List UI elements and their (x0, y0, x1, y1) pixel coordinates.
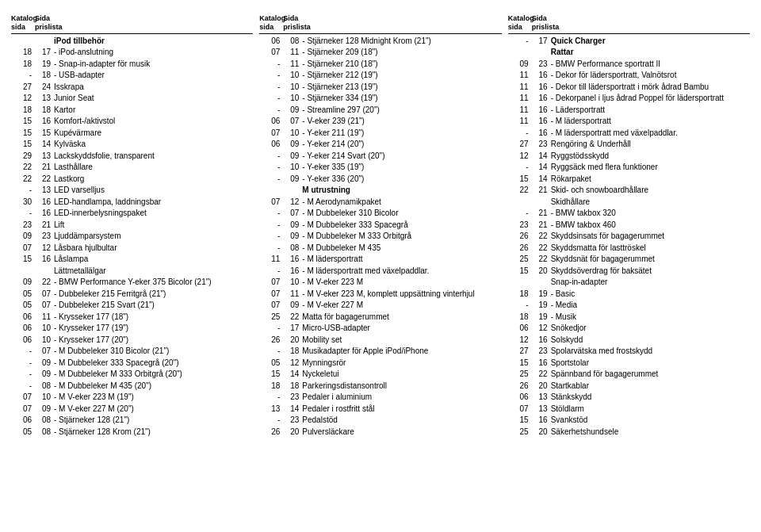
katalog-num: - (508, 300, 530, 312)
entry-label: - Dubbeleker 215 Ferritgrå (21") (54, 289, 253, 300)
entry-label: Kylväska (54, 139, 253, 151)
katalog-num: 15 (508, 266, 530, 277)
entry-label: LED varselljus (54, 185, 253, 197)
sida-num: 08 (283, 36, 300, 48)
katalog-num: 07 (11, 404, 33, 415)
katalog-num: 11 (508, 93, 530, 105)
list-item: 2522Matta för bagagerummet (259, 312, 501, 323)
sida-num: 21 (35, 220, 52, 232)
list-item: 1116- Lädersportratt (508, 105, 750, 117)
entry-label: Skyddsnät för bagagerummet (551, 254, 750, 266)
entry-label: - M V-eker 227 M (20") (54, 404, 253, 415)
entry-label: Skyddsöverdrag för baksätet (551, 266, 750, 277)
sida-num: 09 (283, 151, 300, 163)
sida-num: 16 (532, 335, 549, 346)
katalog-num (259, 185, 281, 197)
sida-num: 16 (532, 93, 549, 105)
katalog-num: - (259, 93, 281, 105)
list-item: -09- Y-eker 336 (20") (259, 174, 501, 186)
entry-label: Låslampa (54, 254, 253, 266)
entry-label: Pedalstöd (302, 415, 501, 427)
sida-num: 16 (532, 128, 549, 140)
sida-num: 09 (283, 105, 300, 117)
katalog-num: 06 (259, 139, 281, 151)
katalog-num: - (11, 185, 33, 197)
entry-label: LED-handlampa, laddningsbar (54, 197, 253, 209)
sida-num: 22 (532, 231, 549, 243)
katalog-num: 27 (508, 139, 530, 151)
sida-num (532, 277, 549, 289)
katalog-num: 29 (11, 151, 33, 163)
katalog-num: 15 (11, 254, 33, 266)
list-item: 0612Snökedjor (508, 323, 750, 335)
entry-label: Lift (54, 220, 253, 232)
katalog-num: 15 (508, 174, 530, 186)
entry-label: - Krysseker 177 (19") (54, 323, 253, 335)
list-item: 1516Låslampa (11, 254, 253, 266)
katalog-num: 30 (11, 197, 33, 209)
sida-num: 17 (35, 47, 52, 59)
entry-label: Solskydd (551, 335, 750, 346)
sida-num: 14 (283, 404, 300, 415)
list-item: -13LED varselljus (11, 185, 253, 197)
entry-label: - Stjärneker 209 (18") (302, 47, 501, 59)
sida-num: 13 (35, 93, 52, 105)
katalog-num: - (259, 346, 281, 358)
entry-label: Spännband för bagagerummet (551, 369, 750, 381)
katalog-num: 07 (11, 243, 33, 255)
katalog-num: 22 (11, 162, 33, 174)
list-item: Skidhållare (508, 197, 750, 209)
katalog-num: 15 (259, 369, 281, 381)
entry-label: LED-innerbelysningspaket (54, 208, 253, 220)
entry-label: Isskrapa (54, 82, 253, 94)
katalog-num: 18 (508, 289, 530, 300)
list-item: 2222Lastkorg (11, 174, 253, 186)
sida-num: 21 (532, 220, 549, 232)
list-item: 1116- M lädersportratt (508, 116, 750, 128)
katalog-num: 06 (259, 116, 281, 128)
list-item: 2321- BMW takbox 460 (508, 220, 750, 232)
sida-num: 13 (532, 404, 549, 415)
entry-label: Nyckeletui (302, 369, 501, 381)
entry-label: - Stjärneker 210 (18") (302, 59, 501, 71)
list-item: 1116- Dekor till lädersportratt i mörk å… (508, 82, 750, 94)
katalog-num: - (508, 208, 530, 220)
sida-num: 14 (532, 162, 549, 174)
katalog-num: 25 (508, 254, 530, 266)
katalog-num: 22 (508, 185, 530, 197)
entry-label: - M V-eker 223 M, komplett uppsättning v… (302, 289, 501, 300)
list-item: -17Micro-USB-adapter (259, 323, 501, 335)
list-item: 2221Lasthållare (11, 162, 253, 174)
sida-num: 22 (532, 243, 549, 255)
sida-num: 18 (35, 105, 52, 117)
katalog-num: 12 (11, 93, 33, 105)
entry-label: Ljuddämparsystem (54, 231, 253, 243)
katalog-num: 07 (259, 289, 281, 300)
entry-label: - Y-eker 335 (19") (302, 162, 501, 174)
sida-num: 09 (35, 369, 52, 381)
entry-label: - Y-eker 336 (20") (302, 174, 501, 186)
katalog-num: 09 (11, 231, 33, 243)
col3-text-header (551, 14, 750, 32)
katalog-num: 26 (508, 243, 530, 255)
katalog-num: 18 (508, 312, 530, 323)
list-item: 1818Kartor (11, 105, 253, 117)
entry-label: Matta för bagagerummet (302, 312, 501, 323)
list-item: 3016LED-handlampa, laddningsbar (11, 197, 253, 209)
entry-label: - Stjärneker 334 (19") (302, 93, 501, 105)
katalog-num (11, 266, 33, 277)
list-item: 0923Ljuddämparsystem (11, 231, 253, 243)
sida-num: 11 (283, 47, 300, 59)
list-item: 1818Parkeringsdistansontroll (259, 381, 501, 392)
list-item: -23Pedaler i aluminium (259, 392, 501, 404)
katalog-num: 07 (259, 300, 281, 312)
katalog-num: 25 (508, 427, 530, 438)
entry-label: Kupévärmare (54, 128, 253, 140)
katalog-num: - (259, 323, 281, 335)
entry-label: - M lädersportratt med växelpaddlar. (302, 266, 501, 277)
list-item: -08- M Dubbeleker M 435 (20") (11, 381, 253, 392)
list-item: 1514Nyckeletui (259, 369, 501, 381)
entry-label: Micro-USB-adapter (302, 323, 501, 335)
entry-label: Musikadapter för Apple iPod/iPhone (302, 346, 501, 358)
katalog-num: 07 (259, 277, 281, 289)
